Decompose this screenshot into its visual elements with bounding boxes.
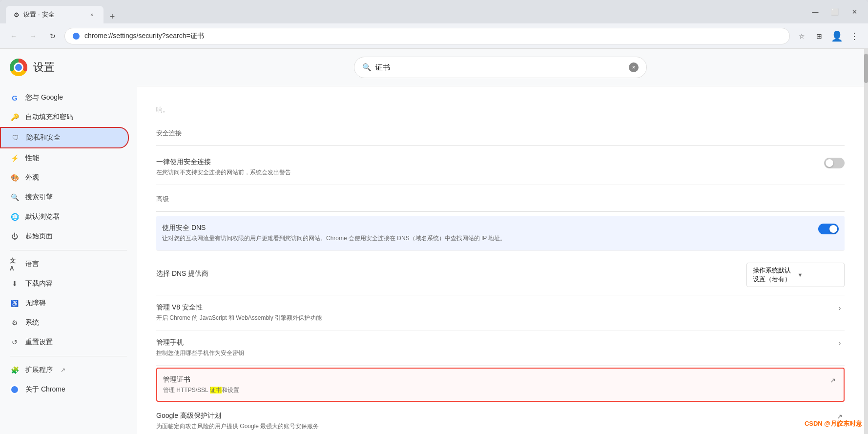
- manage-v8-row[interactable]: 管理 V8 安全性 开启 Chrome 的 JavaScript 和 WebAs…: [156, 295, 845, 331]
- window-controls: — ⬜ ✕: [807, 4, 862, 20]
- address-bar[interactable]: chrome://settings/security?search=证书: [64, 28, 790, 44]
- manage-phone-row[interactable]: 管理手机 控制您使用哪些手机作为安全密钥 ›: [156, 331, 845, 366]
- sidebar-label-google: 您与 Google: [25, 93, 63, 102]
- manage-cert-desc: 管理 HTTPS/SSL 证书和设置: [163, 386, 820, 394]
- startup-icon: ⏻: [10, 231, 20, 241]
- dns-provider-control: 操作系统默认设置（若有） ▼: [746, 263, 845, 287]
- chevron-right-icon: ›: [835, 303, 845, 313]
- autofill-icon: 🔑: [10, 112, 20, 122]
- settings-title: 设置: [33, 60, 55, 75]
- faded-top-text: 响。: [156, 96, 845, 123]
- sidebar-label-extensions: 扩展程序: [25, 366, 53, 374]
- secure-dns-desc: 让对您的互联网流量有访问权限的用户更难看到您访问的网站。Chrome 会使用安全…: [162, 234, 810, 243]
- tab-strip: ⚙ 设置 - 安全 × +: [6, 0, 119, 23]
- maximize-button[interactable]: ⬜: [827, 4, 843, 20]
- sidebar-label-search: 搜索引擎: [25, 193, 53, 202]
- google-icon: G: [10, 93, 20, 103]
- secure-dns-control: [818, 224, 839, 234]
- manage-cert-desc-part2: 和设置: [222, 387, 239, 393]
- sidebar-label-autofill: 自动填充和密码: [25, 113, 73, 122]
- accessibility-icon: ♿: [10, 298, 20, 308]
- sidebar-label-accessibility: 无障碍: [25, 299, 46, 308]
- sidebar-item-appearance[interactable]: 🎨 外观: [0, 168, 129, 187]
- sidebar-item-search[interactable]: 🔍 搜索引擎: [0, 187, 129, 207]
- reset-icon: ↺: [10, 337, 20, 347]
- chevron-right-icon-2: ›: [835, 338, 845, 348]
- active-tab[interactable]: ⚙ 设置 - 安全 ×: [6, 6, 103, 23]
- browser-icon: 🌐: [10, 212, 20, 222]
- reload-button[interactable]: ↻: [45, 28, 61, 44]
- profile-button[interactable]: 👤: [829, 28, 845, 44]
- search-input[interactable]: [375, 63, 625, 72]
- sidebar-item-reset[interactable]: ↺ 重置设置: [0, 332, 129, 352]
- sidebar-item-startup[interactable]: ⏻ 起始页面: [0, 227, 129, 246]
- dns-provider-value: 操作系统默认设置（若有）: [753, 266, 793, 284]
- secure-dns-row[interactable]: 使用安全 DNS 让对您的互联网流量有访问权限的用户更难看到您访问的网站。Chr…: [156, 216, 845, 251]
- sidebar-label-reset: 重置设置: [25, 338, 53, 347]
- sidebar-item-google[interactable]: G 您与 Google: [0, 88, 129, 107]
- scrollbar-thumb[interactable]: [864, 54, 868, 83]
- google-protect-row[interactable]: Google 高级保护计划 为面临定向攻击风险的用户提供 Google 最强大的…: [156, 404, 845, 434]
- forward-button[interactable]: →: [25, 28, 41, 44]
- sidebar-item-downloads[interactable]: ⬇ 下载内容: [0, 274, 129, 293]
- search-engine-icon: 🔍: [10, 192, 20, 202]
- google-protect-text: Google 高级保护计划 为面临定向攻击风险的用户提供 Google 最强大的…: [156, 412, 827, 431]
- address-text: chrome://settings/security?search=证书: [84, 32, 783, 41]
- close-button[interactable]: ✕: [847, 4, 862, 20]
- sidebar-item-language[interactable]: 文A 语言: [0, 254, 129, 274]
- sidebar-item-autofill[interactable]: 🔑 自动填充和密码: [0, 107, 129, 127]
- sidebar-label-about: 关于 Chrome: [25, 385, 65, 394]
- always-https-title: 一律使用安全连接: [156, 158, 816, 166]
- manage-cert-text: 管理证书 管理 HTTPS/SSL 证书和设置: [163, 375, 820, 394]
- manage-v8-title: 管理 V8 安全性: [156, 303, 827, 312]
- advanced-label: 高级: [156, 185, 845, 207]
- scrollbar-track[interactable]: [864, 49, 868, 434]
- settings-chrome-logo: [10, 59, 27, 76]
- dns-provider-row[interactable]: 选择 DNS 提供商 操作系统默认设置（若有） ▼: [156, 255, 845, 295]
- sidebar-item-performance[interactable]: ⚡ 性能: [0, 148, 129, 168]
- menu-button[interactable]: ⋮: [847, 28, 862, 44]
- main-area: 设置 G 您与 Google 🔑 自动填充和密码 🛡 隐私和安全 ⚡ 性能 🎨: [0, 49, 868, 434]
- manage-phone-text: 管理手机 控制您使用哪些手机作为安全密钥: [156, 338, 827, 357]
- titlebar: ⚙ 设置 - 安全 × + — ⬜ ✕: [0, 0, 868, 23]
- appearance-icon: 🎨: [10, 173, 20, 183]
- sidebar-item-extensions[interactable]: 🧩 扩展程序 ↗: [0, 360, 129, 380]
- faded-continuation: 响。: [156, 104, 845, 115]
- secure-dns-toggle[interactable]: [818, 224, 839, 234]
- always-https-toggle[interactable]: [824, 158, 845, 168]
- manage-cert-desc-part1: 管理 HTTPS/SSL: [163, 387, 210, 393]
- extensions-button[interactable]: ⊞: [811, 28, 827, 44]
- search-bar[interactable]: 🔍 ×: [354, 57, 647, 78]
- settings-content: 响。 安全连接 一律使用安全连接 在您访问不支持安全连接的网站前，系统会发出警告: [137, 86, 864, 434]
- performance-icon: ⚡: [10, 153, 20, 163]
- sidebar-item-browser[interactable]: 🌐 默认浏览器: [0, 207, 129, 227]
- bookmark-button[interactable]: ☆: [794, 28, 809, 44]
- dns-provider-label: 选择 DNS 提供商: [156, 269, 739, 278]
- sidebar-label-browser: 默认浏览器: [25, 212, 60, 221]
- secure-dns-text: 使用安全 DNS 让对您的互联网流量有访问权限的用户更难看到您访问的网站。Chr…: [162, 224, 810, 243]
- tab-favicon: ⚙: [14, 11, 20, 19]
- always-https-row[interactable]: 一律使用安全连接 在您访问不支持安全连接的网站前，系统会发出警告: [156, 150, 845, 185]
- tab-title: 设置 - 安全: [23, 10, 84, 19]
- navbar-actions: ☆ ⊞ 👤 ⋮: [794, 28, 862, 44]
- sidebar-item-system[interactable]: ⚙ 系统: [0, 313, 129, 332]
- dns-provider-dropdown[interactable]: 操作系统默认设置（若有） ▼: [746, 263, 845, 287]
- downloads-icon: ⬇: [10, 279, 20, 289]
- content-area: 🔍 × 响。 安全连接 一律使用安全连接 在您访问不支持安全连接的网站: [137, 49, 864, 434]
- manage-cert-row[interactable]: 管理证书 管理 HTTPS/SSL 证书和设置 ↗: [156, 368, 845, 402]
- about-logo-inner: [13, 388, 17, 392]
- sidebar-item-accessibility[interactable]: ♿ 无障碍: [0, 293, 129, 313]
- manage-phone-control: ›: [835, 338, 845, 348]
- sidebar-divider-2: [10, 356, 127, 356]
- watermark: CSDN @月皎东时意: [805, 419, 862, 428]
- sidebar-item-about[interactable]: 关于 Chrome: [0, 380, 129, 399]
- new-tab-button[interactable]: +: [105, 10, 119, 23]
- dns-provider-text: 选择 DNS 提供商: [156, 269, 739, 280]
- search-clear-button[interactable]: ×: [629, 62, 639, 72]
- sidebar-item-privacy[interactable]: 🛡 隐私和安全: [0, 127, 129, 148]
- language-icon: 文A: [10, 259, 20, 269]
- always-https-control: [824, 158, 845, 168]
- minimize-button[interactable]: —: [807, 4, 823, 20]
- tab-close-button[interactable]: ×: [88, 11, 96, 19]
- back-button[interactable]: ←: [6, 28, 21, 44]
